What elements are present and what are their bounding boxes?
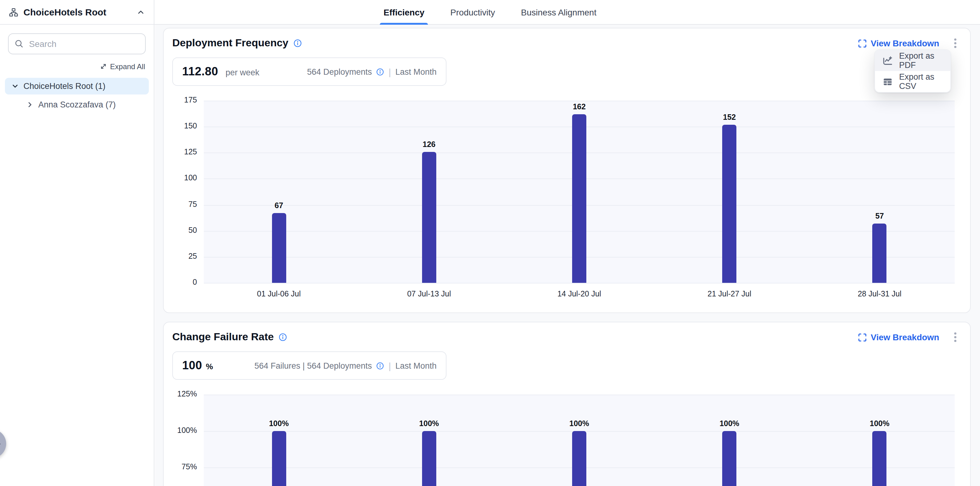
x-axis-label: 01 Jul-06 Jul <box>257 290 301 298</box>
bar-value-label: 126 <box>423 140 436 148</box>
bar[interactable] <box>873 223 887 283</box>
tab-label: Business Alignment <box>521 7 596 17</box>
more-options-button[interactable] <box>949 330 961 344</box>
chevron-down-icon[interactable] <box>11 82 19 90</box>
stat-unit: per week <box>226 68 260 77</box>
bar[interactable] <box>722 431 737 486</box>
bar-value-label: 100% <box>719 419 739 428</box>
main-content: Deployment Frequency <box>155 25 980 486</box>
expand-corners-icon <box>858 38 867 48</box>
y-axis-tick-label: 25 <box>188 252 197 261</box>
x-axis-label: 28 Jul-31 Jul <box>858 290 902 298</box>
bar[interactable] <box>422 151 436 283</box>
bar-value-label: 100% <box>570 419 589 428</box>
y-axis-tick-label: 100 <box>184 174 197 182</box>
tab-productivity[interactable]: Productivity <box>447 0 499 24</box>
view-breakdown-link[interactable]: View Breakdown <box>858 38 939 48</box>
bar[interactable] <box>272 431 286 486</box>
bar-value-label: 100% <box>269 419 289 428</box>
bar[interactable] <box>572 114 586 283</box>
triangle-right-icon <box>0 440 1 448</box>
expand-corners-icon <box>858 333 867 342</box>
tab-efficiency[interactable]: Efficiency <box>380 0 428 24</box>
bar-value-label: 162 <box>573 102 586 111</box>
chevron-right-icon[interactable] <box>26 100 34 109</box>
plot-area: 6712616215257 <box>204 100 955 283</box>
y-axis-tick-label: 75 <box>188 200 197 209</box>
card-title: Deployment Frequency <box>172 37 288 49</box>
y-axis: 1751501251007550250 <box>172 100 197 283</box>
stat-meta-period: Last Month <box>395 67 437 76</box>
tree-item-label: ChoiceHotels Root (1) <box>24 81 106 91</box>
menu-item-label: Export as CSV <box>899 72 943 91</box>
sidebar-title: ChoiceHotels Root <box>24 7 135 17</box>
x-axis-label: 21 Jul-27 Jul <box>708 290 751 298</box>
card-actions: View Breakdown <box>858 37 961 50</box>
bar[interactable] <box>873 431 887 486</box>
expand-all-button[interactable]: Expand All <box>100 62 145 71</box>
tree-item-anna-scozzafava[interactable]: Anna Scozzafava (7) <box>20 96 149 113</box>
x-axis-label: 14 Jul-20 Jul <box>557 290 601 298</box>
stat-meta: 564 Failures | 564 Deployments | Last Mo… <box>255 360 437 371</box>
expand-all-row: Expand All <box>9 61 145 72</box>
y-axis-tick-label: 150 <box>184 122 197 130</box>
search-input[interactable] <box>8 33 146 54</box>
stat-value: 100 <box>182 359 202 372</box>
tab-label: Efficiency <box>383 7 424 17</box>
view-breakdown-label: View Breakdown <box>871 332 939 342</box>
view-breakdown-link[interactable]: View Breakdown <box>858 332 939 342</box>
stat-suffix: % <box>206 362 213 371</box>
menu-item-label: Export as PDF <box>899 51 943 70</box>
org-tree: ChoiceHotels Root (1) Anna Scozzafava (7… <box>0 78 154 113</box>
bar[interactable] <box>722 125 737 283</box>
info-icon[interactable] <box>376 362 384 370</box>
stat-meta-text: 564 Deployments <box>307 67 372 76</box>
bar-value-label: 100% <box>419 419 439 428</box>
bar[interactable] <box>272 213 286 283</box>
stat-meta-text: 564 Failures | 564 Deployments <box>255 361 372 370</box>
card-title: Change Failure Rate <box>172 331 274 343</box>
chevron-up-icon <box>137 8 145 16</box>
bar-value-label: 67 <box>275 201 283 210</box>
bar[interactable] <box>422 431 436 486</box>
table-icon <box>883 76 893 87</box>
more-options-button[interactable] <box>949 37 961 50</box>
y-axis-tick-label: 175 <box>184 96 197 104</box>
info-icon[interactable] <box>279 333 288 341</box>
expand-all-label: Expand All <box>110 62 145 71</box>
kebab-menu-icon <box>950 38 960 49</box>
y-axis-tick-label: 75% <box>181 462 197 471</box>
x-axis: 01 Jul-06 Jul07 Jul-13 Jul14 Jul-20 Jul2… <box>204 283 955 303</box>
view-breakdown-label: View Breakdown <box>871 38 939 48</box>
stat-meta-divider: | <box>389 360 391 371</box>
gridline <box>204 395 955 395</box>
info-icon[interactable] <box>376 68 384 76</box>
card-header: Deployment Frequency <box>172 35 961 51</box>
app-root: Efficiency Productivity Business Alignme… <box>0 0 980 486</box>
hierarchy-icon <box>9 7 19 17</box>
metric-card-change-failure-rate: Change Failure Rate <box>163 322 971 486</box>
info-icon[interactable] <box>293 39 302 48</box>
sidebar: ChoiceHotels Root Expand All <box>0 0 154 486</box>
bar[interactable] <box>572 431 586 486</box>
tab-label: Productivity <box>450 7 495 17</box>
menu-item-export-pdf[interactable]: Export as PDF <box>875 50 950 71</box>
search-icon <box>14 39 24 48</box>
sidebar-header: ChoiceHotels Root <box>0 0 154 25</box>
menu-item-export-csv[interactable]: Export as CSV <box>875 71 950 92</box>
stat-summary: 100 % 564 Failures | 564 Deployments | L… <box>172 351 447 380</box>
y-axis-tick-label: 100% <box>177 426 197 435</box>
card-header: Change Failure Rate <box>172 329 961 345</box>
tab-business-alignment[interactable]: Business Alignment <box>517 0 600 24</box>
tree-item-choicehotels-root[interactable]: ChoiceHotels Root (1) <box>5 78 149 94</box>
export-menu: Export as PDF Export as CSV <box>874 49 951 92</box>
kebab-menu-icon <box>950 331 960 343</box>
stat-meta-divider: | <box>389 66 391 77</box>
sidebar-collapse-button[interactable] <box>135 6 146 18</box>
gridline <box>204 100 955 101</box>
y-axis-tick-label: 125 <box>184 148 197 156</box>
plot-area: 100%100%100%100%100% <box>204 395 955 486</box>
x-axis-label: 07 Jul-13 Jul <box>407 290 451 298</box>
metric-card-deployment-frequency: Deployment Frequency <box>163 28 971 313</box>
search-box <box>8 33 146 54</box>
